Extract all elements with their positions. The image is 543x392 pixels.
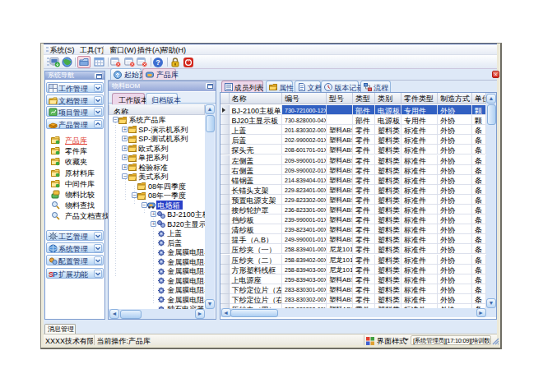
svg-text:?: ? — [156, 58, 161, 67]
svg-text:P: P — [53, 270, 58, 279]
